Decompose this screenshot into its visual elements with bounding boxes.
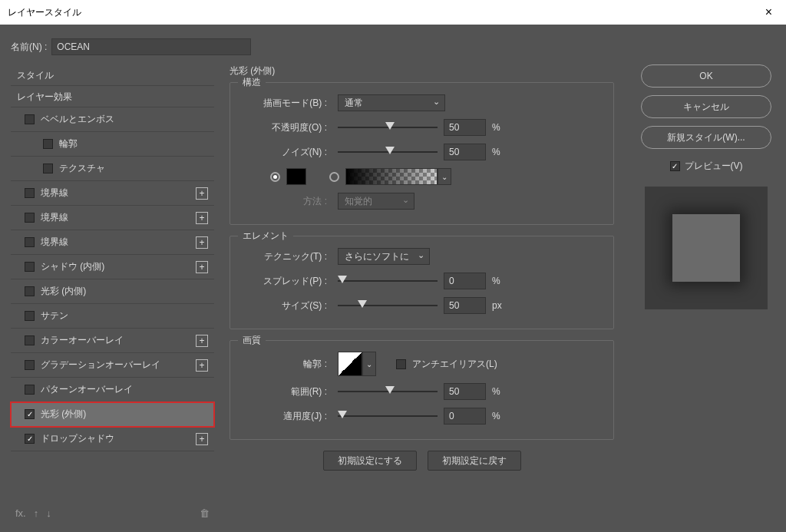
jitter-label: 適用度(J) : xyxy=(239,410,332,423)
size-input[interactable]: 50 xyxy=(444,297,486,314)
style-item-label: 境界線 xyxy=(41,211,68,224)
style-item-label: シャドウ (内側) xyxy=(41,260,104,273)
color-swatch[interactable] xyxy=(286,168,306,185)
style-item-label: グラデーションオーバーレイ xyxy=(41,359,160,372)
preview-checkbox[interactable] xyxy=(670,161,680,171)
contour-dropdown-icon[interactable]: ⌄ xyxy=(362,352,376,376)
opacity-slider[interactable] xyxy=(338,124,438,131)
style-item[interactable]: ドロップシャドウ+ xyxy=(11,427,214,451)
style-item[interactable]: 境界線+ xyxy=(11,230,214,255)
style-item[interactable]: パターンオーバーレイ xyxy=(11,378,214,402)
add-effect-icon[interactable]: + xyxy=(196,212,208,224)
style-item-label: 光彩 (外側) xyxy=(41,408,86,421)
style-item-label: ベベルとエンボス xyxy=(41,113,114,126)
element-group: エレメント テクニック(T) : さらにソフトに スプレッド(P) : 0 % xyxy=(230,236,614,329)
blend-mode-select[interactable]: 通常 xyxy=(338,94,445,111)
jitter-unit: % xyxy=(492,411,509,421)
make-default-button[interactable]: 初期設定にする xyxy=(323,451,417,471)
range-slider[interactable] xyxy=(338,388,438,395)
technique-select[interactable]: さらにソフトに xyxy=(338,248,430,265)
style-item[interactable]: 輪郭 xyxy=(11,132,214,157)
style-item-label: カラーオーバーレイ xyxy=(41,334,124,347)
style-item[interactable]: 光彩 (内側) xyxy=(11,279,214,304)
styles-bottom-icons: fx. ↑ ↓ 🗑 xyxy=(11,501,214,524)
style-item-checkbox[interactable] xyxy=(43,139,53,149)
style-item-checkbox[interactable] xyxy=(25,409,35,419)
dialog-content: 名前(N) : スタイル レイヤー効果 ベベルとエンボス輪郭テクスチャ境界線+境… xyxy=(0,25,786,532)
new-style-button[interactable]: 新規スタイル(W)... xyxy=(641,126,771,149)
window-title: レイヤースタイル xyxy=(8,6,81,19)
noise-input[interactable]: 50 xyxy=(444,144,486,160)
panel-title: 光彩 (外側) xyxy=(230,64,614,78)
style-item[interactable]: 境界線+ xyxy=(11,206,214,230)
style-item[interactable]: テクスチャ xyxy=(11,157,214,181)
element-legend: エレメント xyxy=(238,230,293,243)
name-input[interactable] xyxy=(51,38,251,55)
blend-mode-label: 描画モード(B) : xyxy=(239,97,332,110)
opacity-input[interactable]: 50 xyxy=(444,119,486,136)
move-down-icon[interactable]: ↓ xyxy=(46,507,51,519)
style-item-label: ドロップシャドウ xyxy=(41,432,114,445)
style-item-checkbox[interactable] xyxy=(25,188,35,198)
color-radio[interactable] xyxy=(270,172,280,182)
ok-button[interactable]: OK xyxy=(641,64,771,88)
jitter-slider[interactable] xyxy=(338,412,438,420)
style-item-label: 光彩 (内側) xyxy=(41,285,86,298)
layer-effects-header[interactable]: レイヤー効果 xyxy=(11,86,214,107)
style-item-checkbox[interactable] xyxy=(25,434,35,444)
style-item-label: 境界線 xyxy=(41,187,68,200)
style-item-label: 境界線 xyxy=(41,236,68,249)
reset-default-button[interactable]: 初期設定に戻す xyxy=(428,451,521,471)
noise-slider[interactable] xyxy=(338,148,438,156)
style-item-checkbox[interactable] xyxy=(25,237,35,247)
fx-icon[interactable]: fx. xyxy=(15,507,26,519)
style-item[interactable]: シャドウ (内側)+ xyxy=(11,255,214,279)
style-item-label: テクスチャ xyxy=(59,162,105,175)
spread-unit: % xyxy=(492,276,509,286)
cancel-button[interactable]: キャンセル xyxy=(641,95,771,118)
noise-unit: % xyxy=(492,147,509,157)
style-item-checkbox[interactable] xyxy=(25,286,35,296)
add-effect-icon[interactable]: + xyxy=(196,359,208,372)
name-label: 名前(N) : xyxy=(11,41,47,54)
style-item-checkbox[interactable] xyxy=(25,114,35,124)
range-label: 範囲(R) : xyxy=(239,385,332,398)
move-up-icon[interactable]: ↑ xyxy=(34,507,39,519)
add-effect-icon[interactable]: + xyxy=(196,335,208,347)
style-item[interactable]: グラデーションオーバーレイ+ xyxy=(11,353,214,378)
style-item[interactable]: サテン xyxy=(11,304,214,329)
style-item[interactable]: 光彩 (外側) xyxy=(11,402,214,427)
size-slider[interactable] xyxy=(338,302,438,309)
opacity-label: 不透明度(O) : xyxy=(239,121,332,134)
gradient-radio[interactable] xyxy=(329,172,339,182)
antialias-checkbox[interactable] xyxy=(396,359,406,369)
style-item-checkbox[interactable] xyxy=(25,311,35,321)
styles-header[interactable]: スタイル xyxy=(11,64,214,86)
style-item[interactable]: ベベルとエンボス xyxy=(11,107,214,132)
right-panel: OK キャンセル 新規スタイル(W)... プレビュー(V) xyxy=(637,64,775,524)
style-item-checkbox[interactable] xyxy=(25,385,35,395)
add-effect-icon[interactable]: + xyxy=(196,236,208,249)
trash-icon[interactable]: 🗑 xyxy=(200,507,210,519)
spread-slider[interactable] xyxy=(338,277,438,285)
gradient-swatch[interactable] xyxy=(345,168,438,185)
style-item[interactable]: 境界線+ xyxy=(11,181,214,206)
add-effect-icon[interactable]: + xyxy=(196,433,208,445)
gradient-dropdown-icon[interactable]: ⌄ xyxy=(438,168,451,185)
style-item-checkbox[interactable] xyxy=(25,262,35,272)
add-effect-icon[interactable]: + xyxy=(196,261,208,273)
styles-panel: スタイル レイヤー効果 ベベルとエンボス輪郭テクスチャ境界線+境界線+境界線+シ… xyxy=(11,64,214,524)
add-effect-icon[interactable]: + xyxy=(196,187,208,200)
style-item-checkbox[interactable] xyxy=(25,335,35,345)
range-input[interactable]: 50 xyxy=(444,383,486,400)
style-item-checkbox[interactable] xyxy=(25,213,35,223)
structure-group: 構造 描画モード(B) : 通常 不透明度(O) : 50 % ノ xyxy=(230,82,614,225)
style-item-checkbox[interactable] xyxy=(25,360,35,370)
style-item[interactable]: カラーオーバーレイ+ xyxy=(11,329,214,353)
contour-swatch[interactable] xyxy=(338,352,362,376)
style-item-checkbox[interactable] xyxy=(43,164,53,173)
close-icon[interactable]: × xyxy=(759,2,778,22)
spread-input[interactable]: 0 xyxy=(444,273,486,289)
spread-label: スプレッド(P) : xyxy=(239,275,332,288)
jitter-input[interactable]: 0 xyxy=(444,408,486,425)
